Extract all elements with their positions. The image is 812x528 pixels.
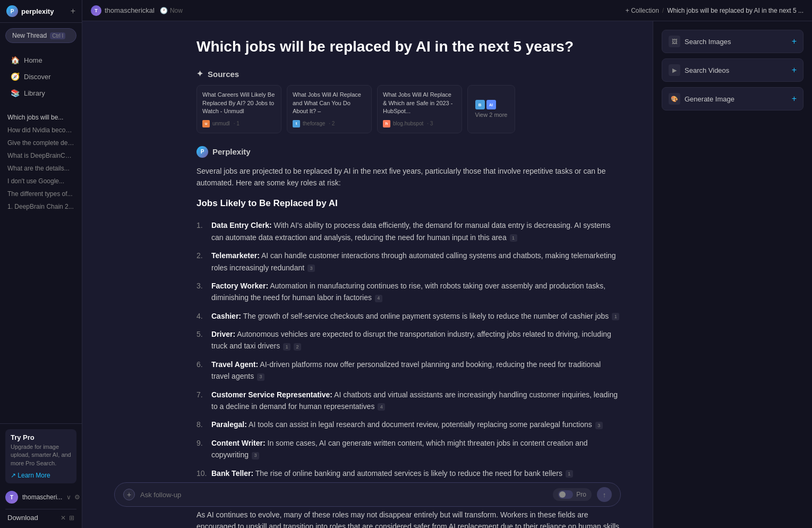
- answer-section: P Perplexity Several jobs are projected …: [196, 146, 621, 528]
- content: Which jobs will be replaced by AI in the…: [165, 21, 653, 528]
- sidebar-item-library[interactable]: 📚 Library: [3, 85, 79, 101]
- followup-pro-toggle: Pro: [553, 488, 592, 501]
- job-num-7: 8.: [196, 419, 207, 430]
- citation-4-1[interactable]: 1: [283, 343, 290, 351]
- library-item-1[interactable]: How did Nvidia become...: [0, 124, 82, 137]
- pro-toggle-label: Pro: [576, 491, 586, 498]
- job-desc-9: Bank Teller: The rise of online banking …: [211, 467, 573, 479]
- sources-header: ✦ Sources: [196, 69, 621, 79]
- source-title-2: What Jobs Will AI Replace & Which are Sa…: [383, 91, 456, 115]
- job-num-8: 9.: [196, 437, 207, 461]
- library-item-2[interactable]: Give the complete detail...: [0, 137, 82, 149]
- job-num-4: 5.: [196, 328, 207, 352]
- source-card-1[interactable]: What Jobs Will AI Replace and What Can Y…: [287, 85, 372, 133]
- answer-header-label: Perplexity: [212, 147, 251, 156]
- job-desc-4: Driver: Autonomous vehicles are expected…: [211, 328, 621, 352]
- job-item-9: 10. Bank Teller: The rise of online bank…: [196, 464, 621, 482]
- home-icon: 🏠: [11, 56, 20, 64]
- view-more-icon-0: B: [475, 100, 485, 109]
- perplexity-icon: P: [196, 146, 208, 158]
- search-images-plus[interactable]: +: [792, 37, 797, 46]
- job-num-0: 1.: [196, 219, 207, 243]
- user-name: thomascheri...: [22, 493, 62, 501]
- download-close-icon[interactable]: ✕: [61, 514, 66, 522]
- view-more-icons: B AI: [475, 100, 508, 109]
- library-item-0[interactable]: Which jobs will be...: [0, 111, 82, 124]
- sidebar-item-discover[interactable]: 🧭 Discover: [3, 69, 79, 84]
- source-domain-0: unmudl: [212, 121, 230, 126]
- source-card-0[interactable]: What Careers Will Likely Be Replaced By …: [196, 85, 281, 133]
- user-settings-icon[interactable]: ⚙: [74, 493, 80, 501]
- job-item-5: 6. Travel Agent: AI-driven platforms now…: [196, 355, 621, 386]
- library-item-7[interactable]: 1. DeepBrain Chain 2...: [0, 200, 82, 213]
- library-item-6[interactable]: The different types of...: [0, 188, 82, 200]
- collection-button[interactable]: + Collection: [626, 7, 659, 14]
- job-item-4: 5. Driver: Autonomous vehicles are expec…: [196, 325, 621, 355]
- topbar-user-avatar: T: [91, 5, 101, 16]
- job-item-8: 9. Content Writer: In some cases, AI can…: [196, 434, 621, 464]
- citation-9-1[interactable]: 1: [566, 470, 573, 478]
- search-images-item[interactable]: 🖼 Search Images +: [662, 30, 804, 53]
- sidebar-nav: 🏠 Home 🧭 Discover 📚 Library: [0, 48, 82, 105]
- new-thread-label: New Thread: [12, 32, 47, 39]
- breadcrumb-separator: /: [662, 7, 664, 14]
- user-chevron-icon[interactable]: ∨: [66, 493, 71, 501]
- job-num-9: 10.: [196, 467, 207, 479]
- topbar: T thomascherickal 🕐 Now + Collection / W…: [82, 0, 812, 21]
- library-item-5[interactable]: I don't use Google...: [0, 175, 82, 188]
- citation-5-3[interactable]: 3: [257, 373, 264, 381]
- right-panel: 🖼 Search Images + ▶ Search Videos + 🎨 Ge…: [653, 21, 812, 528]
- job-item-3: 4. Cashier: The growth of self-service c…: [196, 307, 621, 325]
- source-footer-1: t theforage · 2: [293, 120, 366, 127]
- sidebar-item-home[interactable]: 🏠 Home: [3, 52, 79, 68]
- job-num-5: 6.: [196, 359, 207, 382]
- source-favicon-1: t: [293, 120, 300, 127]
- citation-0-1[interactable]: 1: [510, 234, 517, 242]
- search-videos-label: Search Videos: [685, 66, 729, 74]
- job-desc-5: Travel Agent: AI-driven platforms now of…: [211, 359, 621, 382]
- sidebar-item-library-label: Library: [24, 89, 45, 97]
- citation-3-1[interactable]: 1: [612, 313, 619, 320]
- citation-1-3[interactable]: 3: [307, 265, 315, 272]
- library-item-3[interactable]: What is DeepBrainChain...: [0, 149, 82, 162]
- source-domain-2: blog.hubspot: [393, 121, 423, 126]
- generate-image-plus[interactable]: +: [792, 94, 797, 104]
- main: Which jobs will be replaced by AI in the…: [165, 21, 812, 528]
- try-pro-title: Try Pro: [11, 433, 71, 441]
- job-num-3: 4.: [196, 310, 207, 322]
- generate-image-label: Generate Image: [685, 95, 734, 103]
- citation-2-4[interactable]: 4: [375, 295, 382, 302]
- generate-image-item[interactable]: 🎨 Generate Image +: [662, 87, 804, 110]
- source-favicon-2: h: [383, 120, 390, 127]
- citation-6-4[interactable]: 4: [378, 403, 385, 411]
- new-thread-shortcut: Ctrl I: [50, 32, 65, 39]
- job-item-7: 8. Paralegal: AI tools can assist in leg…: [196, 415, 621, 433]
- sidebar-header: P perplexity +: [0, 0, 82, 23]
- new-thread-button[interactable]: New Thread Ctrl I: [5, 28, 76, 43]
- search-videos-left: ▶ Search Videos: [669, 64, 729, 76]
- source-card-2[interactable]: What Jobs Will AI Replace & Which are Sa…: [377, 85, 462, 133]
- answer-intro: Several jobs are projected to be replace…: [196, 165, 621, 189]
- search-videos-item[interactable]: ▶ Search Videos +: [662, 58, 804, 82]
- pro-toggle-knob[interactable]: [558, 490, 573, 499]
- citation-7-3[interactable]: 3: [595, 422, 603, 429]
- sidebar-add-button[interactable]: +: [71, 6, 75, 16]
- view-more-icon-1: AI: [486, 100, 496, 109]
- download-discord-icon[interactable]: ⊞: [69, 514, 74, 522]
- citation-8-3[interactable]: 3: [252, 452, 259, 459]
- view-more-card[interactable]: B AI View 2 more: [467, 85, 515, 133]
- followup-input[interactable]: [140, 491, 548, 499]
- citation-4-2[interactable]: 2: [294, 343, 301, 351]
- followup-send-button[interactable]: ↑: [597, 487, 612, 502]
- topbar-breadcrumb: + Collection / Which jobs will be replac…: [626, 7, 804, 14]
- job-desc-7: Paralegal: AI tools can assist in legal …: [211, 419, 603, 430]
- sidebar-item-discover-label: Discover: [24, 73, 51, 81]
- search-images-left: 🖼 Search Images: [669, 36, 731, 47]
- library-item-4[interactable]: What are the details...: [0, 162, 82, 175]
- search-videos-plus[interactable]: +: [792, 65, 797, 75]
- followup-add-button[interactable]: +: [123, 489, 135, 500]
- learn-more-button[interactable]: ↗ Learn More: [11, 472, 50, 479]
- discover-icon: 🧭: [11, 72, 20, 81]
- logo: P perplexity: [6, 5, 54, 17]
- page-title: Which jobs will be replaced by AI in the…: [196, 37, 621, 56]
